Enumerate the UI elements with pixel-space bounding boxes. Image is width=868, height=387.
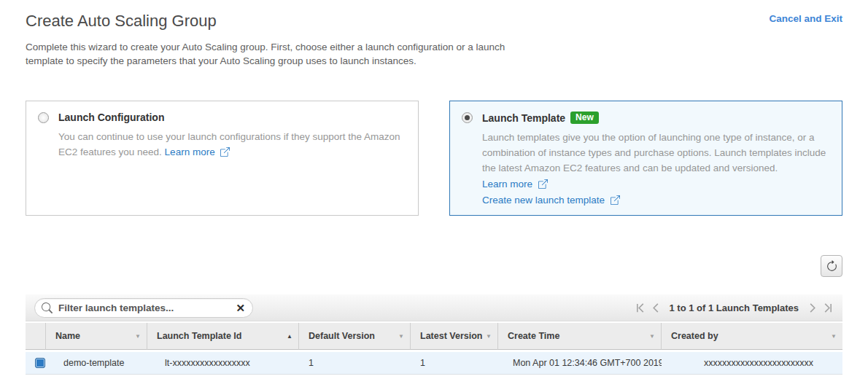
first-page-icon[interactable] bbox=[635, 302, 646, 313]
external-link-icon bbox=[220, 147, 230, 157]
previous-page-icon[interactable] bbox=[651, 302, 662, 313]
page-title: Create Auto Scaling Group bbox=[26, 11, 217, 31]
column-label: Create Time bbox=[508, 331, 559, 341]
sort-icon[interactable]: ▲ bbox=[287, 333, 292, 340]
launch-template-header: Launch Template New bbox=[462, 112, 830, 124]
cell-launch-template-id: lt-xxxxxxxxxxxxxxxxx bbox=[147, 350, 299, 375]
launch-templates-table: Name▼ Launch Template Id▲ Default Versio… bbox=[26, 323, 842, 375]
cell-default-version: 1 bbox=[299, 350, 411, 375]
column-label: Default Version bbox=[309, 331, 375, 341]
column-label: Name bbox=[55, 331, 80, 341]
sort-icon[interactable]: ▼ bbox=[486, 333, 492, 340]
table-actions bbox=[26, 255, 842, 277]
launch-template-title: Launch Template bbox=[482, 112, 565, 124]
launch-configuration-radio[interactable] bbox=[38, 112, 49, 123]
launch-template-learn-more-link[interactable]: Learn more bbox=[482, 179, 548, 189]
new-badge: New bbox=[570, 112, 599, 124]
launch-template-option[interactable]: Launch Template New Launch templates giv… bbox=[449, 101, 842, 216]
filter-input-container[interactable]: ✕ bbox=[34, 298, 253, 318]
sort-icon[interactable]: ▼ bbox=[831, 333, 837, 340]
table-toolbar: ✕ 1 to 1 of 1 Launch Templates bbox=[26, 294, 842, 321]
wizard-description: Complete this wizard to create your Auto… bbox=[26, 40, 532, 68]
launch-template-description: Launch templates give you the option of … bbox=[482, 130, 830, 208]
external-link-icon bbox=[611, 195, 620, 205]
sort-icon[interactable]: ▼ bbox=[398, 333, 404, 340]
column-header-default-version[interactable]: Default Version▼ bbox=[299, 323, 411, 350]
search-icon bbox=[42, 302, 53, 313]
refresh-button[interactable] bbox=[821, 255, 842, 277]
column-label: Latest Version bbox=[420, 331, 482, 341]
launch-configuration-description: You can continue to use your launch conf… bbox=[58, 129, 406, 160]
cell-created-by: xxxxxxxxxxxxxxxxxxxxxxxx bbox=[662, 350, 842, 375]
table-header-row: Name▼ Launch Template Id▲ Default Versio… bbox=[26, 323, 842, 350]
cell-name: demo-template bbox=[46, 350, 147, 375]
create-new-launch-template-link[interactable]: Create new launch template bbox=[482, 195, 620, 206]
select-all-header bbox=[26, 323, 46, 350]
column-label: Launch Template Id bbox=[157, 331, 241, 341]
row-select-cell bbox=[26, 350, 46, 375]
refresh-icon bbox=[826, 260, 838, 273]
page-header: Create Auto Scaling Group Cancel and Exi… bbox=[26, 11, 842, 31]
cancel-and-exit-link[interactable]: Cancel and Exit bbox=[769, 13, 842, 24]
row-checkbox[interactable] bbox=[35, 358, 45, 368]
pagination-text: 1 to 1 of 1 Launch Templates bbox=[670, 302, 799, 313]
learn-more-label: Learn more bbox=[482, 179, 532, 189]
launch-template-radio[interactable] bbox=[462, 112, 473, 123]
launch-source-options: Launch Configuration You can continue to… bbox=[26, 101, 842, 216]
create-asg-wizard: Create Auto Scaling Group Cancel and Exi… bbox=[0, 11, 868, 375]
column-header-latest-version[interactable]: Latest Version▼ bbox=[411, 323, 498, 350]
cell-latest-version: 1 bbox=[411, 350, 498, 375]
column-header-launch-template-id[interactable]: Launch Template Id▲ bbox=[147, 323, 299, 350]
sort-icon[interactable]: ▼ bbox=[135, 333, 141, 340]
launch-configuration-title: Launch Configuration bbox=[58, 112, 164, 123]
column-header-create-time[interactable]: Create Time▼ bbox=[498, 323, 662, 350]
launch-template-description-text: Launch templates give you the option of … bbox=[482, 132, 826, 173]
cell-create-time: Mon Apr 01 12:34:46 GMT+700 2019 bbox=[498, 350, 662, 375]
table-row[interactable]: demo-template lt-xxxxxxxxxxxxxxxxx 1 1 M… bbox=[26, 350, 842, 375]
learn-more-label: Learn more bbox=[165, 146, 215, 157]
column-header-name[interactable]: Name▼ bbox=[46, 323, 147, 350]
launch-configuration-header: Launch Configuration bbox=[38, 112, 406, 123]
last-page-icon[interactable] bbox=[822, 302, 833, 313]
external-link-icon bbox=[538, 179, 548, 189]
create-new-launch-template-label: Create new launch template bbox=[482, 195, 605, 206]
pagination: 1 to 1 of 1 Launch Templates bbox=[633, 302, 835, 313]
launch-configuration-learn-more-link[interactable]: Learn more bbox=[165, 146, 230, 157]
column-header-created-by[interactable]: Created by▼ bbox=[662, 323, 842, 350]
clear-filter-icon[interactable]: ✕ bbox=[236, 301, 245, 316]
column-label: Created by bbox=[671, 331, 718, 341]
next-page-icon[interactable] bbox=[807, 302, 818, 313]
filter-input[interactable] bbox=[57, 302, 230, 314]
sort-icon[interactable]: ▼ bbox=[649, 333, 655, 340]
launch-configuration-option[interactable]: Launch Configuration You can continue to… bbox=[26, 101, 419, 216]
